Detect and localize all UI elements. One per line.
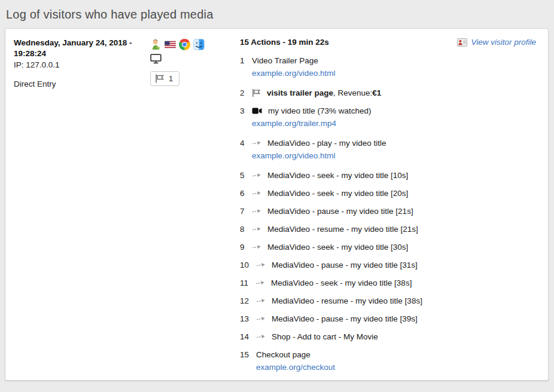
action-line: MediaVideo - pause - my video title [31s… <box>256 259 418 271</box>
action-row-14: 14Shop - Add to cart - My Movie <box>240 330 536 343</box>
action-title: MediaVideo - resume - my video title [38… <box>272 295 422 307</box>
action-row-2: 2visits trailer page , Revenue: €1 <box>240 87 536 99</box>
action-body: my video title (73% watched)example.org/… <box>252 105 372 131</box>
action-number: 8 <box>240 223 245 235</box>
event-arrow-icon <box>256 298 266 304</box>
country-flag-us-icon <box>165 39 176 50</box>
action-url-link[interactable]: example.org/video.html <box>252 149 386 162</box>
chrome-browser-icon <box>179 39 190 50</box>
visitor-info: Wednesday, January 24, 2018 - 19:28:24 I… <box>14 38 150 380</box>
action-number: 3 <box>240 105 245 131</box>
action-row-11: 11MediaVideo - seek - my video title [38… <box>240 277 536 289</box>
action-title: MediaVideo - resume - my video title [21… <box>267 223 418 235</box>
actions-column: 15 Actions - 19 min 22s View visitor pro… <box>240 29 548 380</box>
action-row-9: 9MediaVideo - seek - my video title [30s… <box>240 241 536 253</box>
view-visitor-profile-link[interactable]: View visitor profile <box>457 38 536 47</box>
visitor-icon-row-1 <box>150 39 205 50</box>
action-title: Checkout page <box>256 348 311 361</box>
action-title: MediaVideo - seek - my video title [30s] <box>267 241 408 253</box>
view-visitor-profile-label: View visitor profile <box>471 38 536 47</box>
visitor-ip: IP: 127.0.0.1 <box>14 60 150 71</box>
action-line: MediaVideo - resume - my video title [21… <box>252 223 418 235</box>
action-title: MediaVideo - seek - my video title [10s] <box>267 169 408 182</box>
visitor-icons: 1 <box>150 38 205 380</box>
visitor-details-column: Wednesday, January 24, 2018 - 19:28:24 I… <box>5 29 240 380</box>
action-row-4: 4MediaVideo - play - my video titleexamp… <box>240 137 536 164</box>
action-revenue-value: €1 <box>372 87 381 99</box>
action-title: MediaVideo - play - my video title <box>267 137 386 149</box>
action-body: MediaVideo - seek - my video title [30s] <box>252 241 408 253</box>
visitor-icon-row-2 <box>150 53 205 65</box>
action-body: Video Trailer Pageexample.org/video.html <box>252 54 336 81</box>
event-arrow-icon <box>255 280 265 286</box>
action-body: MediaVideo - resume - my video title [21… <box>252 223 418 235</box>
event-arrow-icon <box>252 208 261 215</box>
action-title: visits trailer page <box>267 87 333 99</box>
action-revenue-label: , Revenue: <box>333 87 372 99</box>
action-line: MediaVideo - seek - my video title [10s] <box>252 169 408 182</box>
action-body: MediaVideo - pause - my video title [21s… <box>252 205 413 218</box>
action-line: MediaVideo - seek - my video title [30s] <box>252 241 408 253</box>
action-body: MediaVideo - seek - my video title [10s] <box>252 169 408 182</box>
action-line: my video title (73% watched) <box>252 105 372 117</box>
action-body: MediaVideo - resume - my video title [38… <box>256 295 422 307</box>
action-number: 4 <box>240 137 245 164</box>
action-row-15: 15Checkout pageexample.org/checkout <box>240 348 536 375</box>
visitor-avatar-icon <box>150 39 162 50</box>
action-row-8: 8MediaVideo - resume - my video title [2… <box>240 223 536 235</box>
action-line: MediaVideo - play - my video title <box>252 137 386 149</box>
video-camera-icon <box>252 107 262 115</box>
action-number: 6 <box>240 187 245 200</box>
action-body: Shop - Add to cart - My Movie <box>256 330 378 343</box>
event-arrow-icon <box>252 172 261 179</box>
action-row-10: 10MediaVideo - pause - my video title [3… <box>240 259 536 271</box>
action-line: MediaVideo - pause - my video title [21s… <box>252 205 413 218</box>
action-title: MediaVideo - seek - my video title [20s] <box>267 187 408 200</box>
action-title: MediaVideo - pause - my video title [39s… <box>272 313 418 325</box>
visit-datetime: Wednesday, January 24, 2018 - 19:28:24 <box>14 38 139 59</box>
event-arrow-icon <box>252 190 261 197</box>
action-row-7: 7MediaVideo - pause - my video title [21… <box>240 205 536 218</box>
action-url-link[interactable]: example.org/video.html <box>252 67 336 79</box>
action-title: Shop - Add to cart - My Movie <box>272 330 378 343</box>
action-number: 13 <box>240 313 249 325</box>
action-title: MediaVideo - seek - my video title [38s] <box>271 277 412 289</box>
action-row-1: 1Video Trailer Pageexample.org/video.htm… <box>240 54 536 81</box>
action-line: Shop - Add to cart - My Movie <box>256 330 378 343</box>
action-url-link[interactable]: example.org/trailer.mp4 <box>252 117 372 130</box>
action-row-6: 6MediaVideo - seek - my video title [20s… <box>240 187 536 200</box>
action-body: MediaVideo - seek - my video title [38s] <box>255 277 412 289</box>
action-body: visits trailer page , Revenue: €1 <box>252 87 381 99</box>
action-line: Checkout page <box>256 348 335 361</box>
action-number: 1 <box>240 54 245 81</box>
event-arrow-icon <box>256 316 266 322</box>
action-number: 2 <box>240 87 245 99</box>
action-number: 7 <box>240 205 245 218</box>
action-number: 11 <box>240 277 248 289</box>
event-arrow-icon <box>256 333 266 340</box>
action-number: 12 <box>240 295 249 307</box>
action-row-3: 3my video title (73% watched)example.org… <box>240 105 536 131</box>
actions-list: 1Video Trailer Pageexample.org/video.htm… <box>240 54 536 375</box>
event-arrow-icon <box>252 226 261 232</box>
action-body: MediaVideo - pause - my video title [39s… <box>256 313 418 325</box>
action-line: MediaVideo - resume - my video title [38… <box>256 295 422 307</box>
action-title: Video Trailer Page <box>252 54 318 67</box>
action-title: my video title (73% watched) <box>268 105 372 117</box>
action-title: MediaVideo - pause - my video title [21s… <box>267 205 413 218</box>
action-row-12: 12MediaVideo - resume - my video title [… <box>240 295 536 307</box>
action-body: MediaVideo - pause - my video title [31s… <box>256 259 418 271</box>
action-line: MediaVideo - pause - my video title [39s… <box>256 313 418 325</box>
action-title: MediaVideo - pause - my video title [31s… <box>272 259 418 271</box>
action-number: 9 <box>240 241 245 253</box>
action-body: MediaVideo - play - my video titleexampl… <box>252 137 386 164</box>
goal-conversion-badge: 1 <box>150 71 179 86</box>
action-line: MediaVideo - seek - my video title [38s] <box>255 277 412 289</box>
action-number: 5 <box>240 169 245 182</box>
action-line: visits trailer page , Revenue: €1 <box>252 87 381 99</box>
goal-conversion-count: 1 <box>169 74 173 83</box>
visitor-profile-icon <box>457 38 467 47</box>
visitor-log-card: Wednesday, January 24, 2018 - 19:28:24 I… <box>5 28 549 381</box>
action-url-link[interactable]: example.org/checkout <box>256 361 335 373</box>
action-number: 14 <box>240 330 249 343</box>
